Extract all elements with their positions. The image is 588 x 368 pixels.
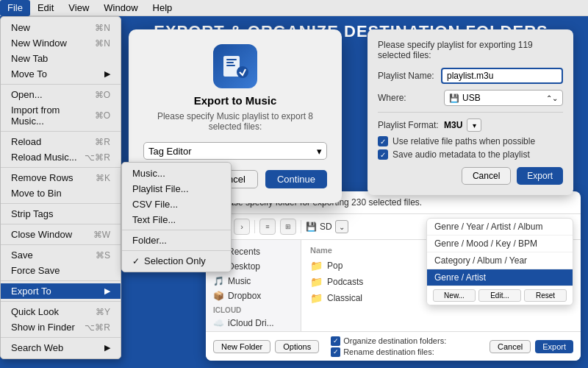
rename-checkbox[interactable]: ✓ (331, 347, 340, 357)
menu-file[interactable]: File (0, 0, 30, 16)
submenu-text[interactable]: Text File... (122, 212, 231, 227)
bottom-export-button[interactable]: Export (535, 340, 573, 353)
sep6 (1, 244, 121, 245)
sep2 (1, 131, 121, 132)
sep3 (1, 167, 121, 168)
path-dropdown-button[interactable]: ⌄ (335, 220, 348, 233)
panel-format-val: M3U (444, 120, 462, 130)
dropdown-force-save[interactable]: Force Save (1, 263, 121, 278)
icloud-icon: ☁️ (213, 318, 223, 328)
menu-edit[interactable]: Edit (30, 0, 61, 16)
options-button[interactable]: Options (275, 340, 319, 353)
organize-checkbox[interactable]: ✓ (331, 336, 340, 346)
sidebar-dropbox[interactable]: 📦 Dropbox (206, 289, 301, 303)
submenu-folder[interactable]: Folder... (122, 233, 231, 248)
playlist-panel-description: Please specify playlist for exporting 11… (378, 40, 563, 60)
submenu-csv[interactable]: CSV File... (122, 197, 231, 212)
bottom-cancel-button[interactable]: Cancel (490, 340, 531, 353)
bottom-panel-content: 🕐 Recents 🖥️ Desktop 🎵 Music 📦 Dropbox i… (206, 240, 581, 343)
playlist-where-select[interactable]: 💾 USB ⌃⌄ (444, 90, 563, 106)
podcasts-folder-icon: 📁 (310, 276, 323, 288)
grid-view-button[interactable]: ⊞ (280, 219, 296, 235)
classical-folder-icon: 📁 (310, 292, 323, 304)
menu-view[interactable]: View (61, 0, 96, 16)
playlist-cancel-button[interactable]: Cancel (462, 167, 511, 185)
export-dialog-playlist-row: Tag Editor ▾ (143, 142, 327, 160)
panel-sep (378, 112, 563, 113)
playlist-panel: Please specify playlist for exporting 11… (368, 29, 573, 195)
panel-format-label: Playlist Format: (378, 120, 444, 130)
footer-checkboxes: ✓ Organize destination folders: ✓ Rename… (331, 336, 478, 357)
dropdown-import[interactable]: Import from Music... ⌘O (1, 102, 121, 129)
export-submenu: Music... Playlist File... CSV File... Te… (121, 162, 232, 272)
submenu-music[interactable]: Music... (122, 166, 231, 181)
dropdown-strip-tags[interactable]: Strip Tags (1, 206, 121, 222)
dropdown-reload-music[interactable]: Reload Music... ⌥⌘R (1, 149, 121, 165)
dropdown-remove-rows[interactable]: Remove Rows ⌘K (1, 170, 121, 185)
submenu-sep1 (122, 230, 231, 230)
dropdown-new[interactable]: New ⌘N (1, 20, 121, 35)
dropdown-reset-button[interactable]: Reset (524, 289, 567, 302)
playlist-where-row: Where: 💾 USB ⌃⌄ (378, 90, 563, 106)
menu-help[interactable]: Help (146, 0, 180, 16)
bottom-panel-footer: New Folder Options ✓ Organize destinatio… (206, 331, 581, 361)
svg-rect-2 (226, 62, 234, 63)
submenu-selection-only[interactable]: ✓ Selection Only (122, 253, 231, 269)
svg-rect-3 (226, 65, 235, 66)
dropdown-new-button[interactable]: New... (433, 289, 476, 302)
dropdown-genre-mood[interactable]: Genre / Mood / Key / BPM (427, 236, 573, 252)
menu-bar: File Edit View Window Help (0, 0, 588, 16)
export-dialog-title: Export to Music (143, 94, 327, 107)
dropdown-move-to[interactable]: Move To ▶ (1, 66, 121, 82)
rename-row: ✓ Rename destination files: (331, 347, 478, 357)
export-dialog-playlist-select[interactable]: Tag Editor ▾ (143, 142, 327, 160)
toolbar-sep1 (254, 220, 255, 233)
footer-buttons: Cancel Export (490, 340, 573, 353)
dropdown-save[interactable]: Save ⌘S (1, 247, 121, 263)
dropdown-edit-button[interactable]: Edit... (478, 289, 521, 302)
dropdown-new-window[interactable]: New Window ⌘N (1, 35, 121, 51)
dropdown-reload[interactable]: Reload ⌘R (1, 134, 121, 149)
panel-option1-row: ✓ Use relative file paths when possible (378, 136, 563, 146)
export-dialog-description: Please specify Music playlist to export … (143, 111, 327, 132)
panel-option1-checkbox[interactable]: ✓ (378, 136, 388, 146)
sep8 (1, 301, 121, 302)
panel-format-row: Playlist Format: M3U ▾ (378, 118, 563, 132)
list-view-button[interactable]: ≡ (259, 219, 276, 235)
playlist-name-row: Playlist Name: (378, 68, 563, 84)
dropdown-close-window[interactable]: Close Window ⌘W (1, 227, 121, 242)
icloud-label: iCloud (206, 303, 301, 316)
panel-buttons: Cancel Export (378, 167, 563, 185)
pop-folder-icon: 📁 (310, 260, 323, 272)
toolbar-sep2 (301, 220, 301, 233)
dropdown-move-bin[interactable]: Move to Bin (1, 185, 121, 201)
sidebar-music[interactable]: 🎵 Music (206, 274, 301, 289)
forward-button[interactable]: › (234, 219, 250, 235)
sep4 (1, 203, 121, 204)
sidebar-icloud-drive[interactable]: ☁️ iCloud Dri... (206, 316, 301, 330)
submenu-playlist[interactable]: Playlist File... (122, 181, 231, 197)
playlist-export-button[interactable]: Export (517, 167, 563, 185)
dropdown-category-album[interactable]: Category / Album / Year (427, 252, 573, 269)
panel-option2-checkbox[interactable]: ✓ (378, 149, 388, 160)
submenu-sep2 (122, 250, 231, 251)
sep7 (1, 280, 121, 281)
footer-left-buttons: New Folder Options (213, 340, 319, 353)
dropdown-quick-look[interactable]: Quick Look ⌘Y (1, 304, 121, 319)
panel-option2-row: ✓ Save audio metadata to the playlist (378, 149, 563, 160)
dropdown-new-tab[interactable]: New Tab (1, 51, 121, 66)
dropdown-genre-artist[interactable]: Genre / Artist (427, 269, 573, 286)
playlist-name-input[interactable] (441, 68, 563, 84)
dropdown-show-finder[interactable]: Show in Finder ⌥⌘R (1, 319, 121, 335)
menu-window[interactable]: Window (96, 0, 145, 16)
organize-row: ✓ Organize destination folders: (331, 336, 478, 346)
new-folder-button[interactable]: New Folder (213, 340, 270, 353)
dropdown-open[interactable]: Open... ⌘O (1, 87, 121, 102)
format-btn[interactable]: ▾ (467, 118, 481, 132)
export-dialog-continue-button[interactable]: Continue (265, 170, 327, 188)
dropdown-genre-year[interactable]: Genre / Year / Artist / Album (427, 219, 573, 236)
export-dialog-icon (213, 44, 257, 88)
organize-dropdown: Genre / Year / Artist / Album Genre / Mo… (426, 218, 573, 305)
dropdown-search-web[interactable]: Search Web ▶ (1, 340, 121, 355)
dropdown-export-to[interactable]: Export To ▶ (1, 283, 121, 299)
